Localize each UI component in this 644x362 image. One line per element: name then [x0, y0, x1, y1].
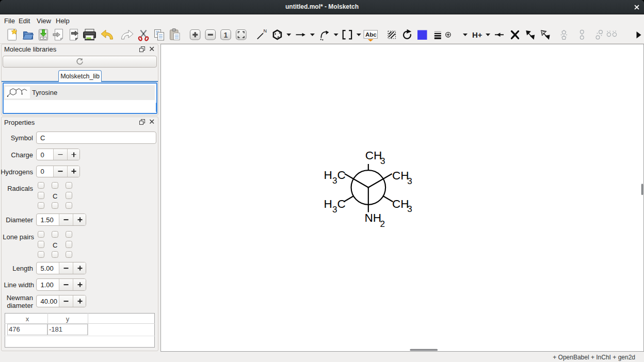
- svg-text:2: 2: [380, 219, 385, 229]
- svg-text:3: 3: [332, 176, 337, 186]
- svg-text:H: H: [324, 198, 332, 210]
- svg-text:C: C: [337, 198, 346, 210]
- svg-text:3: 3: [407, 176, 412, 186]
- svg-text:3: 3: [380, 156, 385, 166]
- svg-text:N: N: [264, 28, 267, 34]
- svg-text:NH: NH: [365, 211, 382, 224]
- svg-text:CH: CH: [392, 198, 409, 210]
- svg-text:H+: H+: [472, 30, 482, 39]
- svg-text:CH: CH: [365, 149, 382, 162]
- svg-text:CH: CH: [392, 169, 409, 182]
- svg-text:1: 1: [224, 31, 228, 39]
- svg-text:C: C: [337, 169, 346, 182]
- svg-text:Abc: Abc: [365, 31, 377, 38]
- svg-text:3: 3: [407, 204, 412, 214]
- svg-text:3: 3: [332, 205, 337, 215]
- svg-text:H: H: [324, 169, 332, 182]
